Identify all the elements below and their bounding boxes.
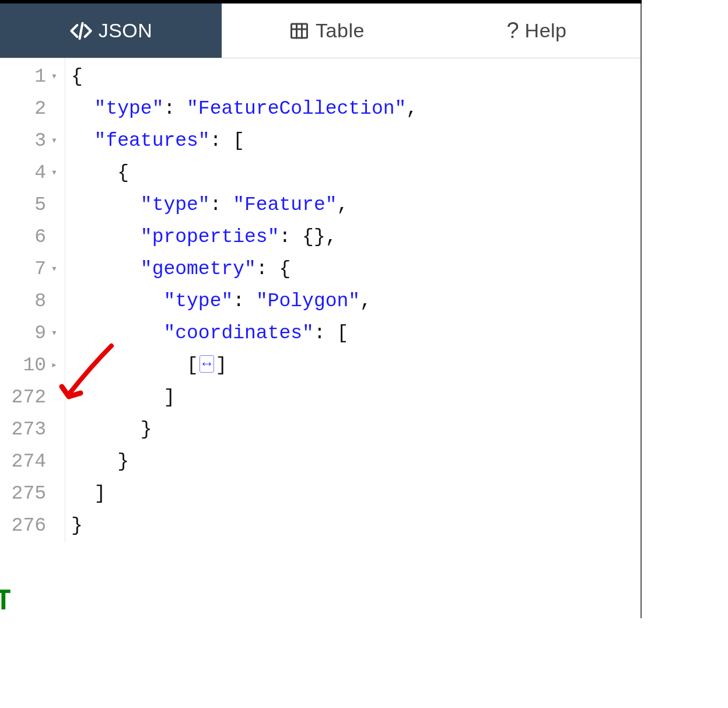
gutter-row[interactable]: 276 [0,510,65,542]
gutter-row[interactable]: 1▾ [0,61,65,93]
fold-toggle-icon[interactable]: ▾ [50,61,59,93]
code-line[interactable]: ] [71,381,418,413]
gutter-row[interactable]: 7▾ [0,253,65,285]
tab-help-label: Help [525,19,567,42]
gutter-row[interactable]: 272 [0,381,65,413]
tab-table-label: Table [316,19,365,42]
code-line[interactable]: } [71,446,418,478]
gutter-row[interactable]: 275 [0,478,65,510]
gutter-row[interactable]: 10▸ [0,349,65,381]
code-line[interactable]: "coordinates": [ [71,317,418,349]
code-line[interactable]: "type": "Feature", [71,189,418,221]
code-line[interactable]: { [71,61,418,93]
code-line[interactable]: "properties": {}, [71,221,418,253]
code-line[interactable]: } [71,510,418,542]
gutter-row[interactable]: 2 [0,93,65,125]
fold-toggle-icon[interactable]: ▾ [50,317,59,349]
gutter-row[interactable]: 274 [0,446,65,478]
gutter-row[interactable]: 9▾ [0,317,65,349]
editor-frame: JSON Table ? Help 1▾ 2 3▾ 4▾ 5 [0,0,642,618]
gutter-row[interactable]: 8 [0,285,65,317]
code-content[interactable]: { "type": "FeatureCollection", "features… [65,58,418,542]
svg-line-0 [79,23,82,38]
code-icon [69,19,93,43]
bottom-left-marker: T [0,584,12,616]
code-line[interactable]: { [71,157,418,189]
table-icon [289,20,310,41]
fold-toggle-icon[interactable]: ▾ [50,157,59,189]
fold-toggle-icon[interactable]: ▸ [50,349,59,381]
code-line[interactable]: "features": [ [71,125,418,157]
help-icon: ? [506,18,519,43]
svg-rect-1 [292,24,307,38]
code-line[interactable]: "type": "FeatureCollection", [71,93,418,125]
tab-help[interactable]: ? Help [432,3,642,58]
gutter-row[interactable]: 5 [0,189,65,221]
fold-toggle-icon[interactable]: ▾ [50,253,59,285]
gutter-row[interactable]: 4▾ [0,157,65,189]
collapsed-fold-icon[interactable]: ↔ [200,355,215,373]
code-line[interactable]: "geometry": { [71,253,418,285]
code-line[interactable]: [↔] [71,349,418,381]
tab-json-label: JSON [99,19,153,42]
code-line[interactable]: } [71,413,418,446]
gutter-row[interactable]: 273 [0,413,65,446]
gutter-row[interactable]: 3▾ [0,125,65,157]
fold-toggle-icon[interactable]: ▾ [50,125,59,157]
code-line[interactable]: ] [71,478,418,510]
tab-bar: JSON Table ? Help [0,3,642,58]
line-gutter: 1▾ 2 3▾ 4▾ 5 6 7▾ 8 9▾ 10▸ 272 273 274 2… [0,58,65,542]
gutter-row[interactable]: 6 [0,221,65,253]
code-editor[interactable]: 1▾ 2 3▾ 4▾ 5 6 7▾ 8 9▾ 10▸ 272 273 274 2… [0,58,642,542]
code-line[interactable]: "type": "Polygon", [71,285,418,317]
tab-table[interactable]: Table [222,3,432,58]
tab-json[interactable]: JSON [0,3,222,58]
